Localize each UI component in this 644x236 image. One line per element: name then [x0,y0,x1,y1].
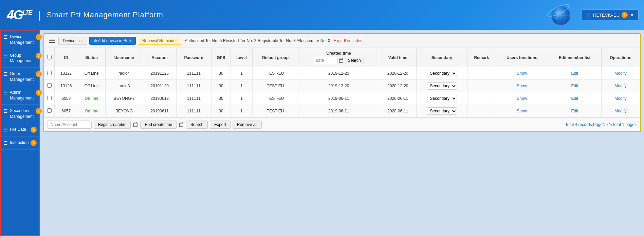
logo: 4GLTE | Smart Ptt Management Platform [7,8,163,22]
begin-calendar-icon[interactable] [133,122,138,127]
cell-username: radio3 [105,80,143,92]
plus-icon: ⊕ [94,38,97,43]
sidebar-item-instruction[interactable]: ☰ Instruction 3 [1,137,39,150]
cell-default-group: TEST-EU [253,92,298,105]
logo-divider: | [38,9,40,21]
modify-link-3[interactable]: Modify [614,109,626,113]
renewal-reminder-button[interactable]: Renewal Reminder [138,37,181,45]
date-filter-input[interactable] [314,57,337,64]
secondary-select-0[interactable]: Secondary Primary [427,70,457,77]
cell-secondary: Secondary Primary [417,80,467,92]
cell-users-functions: Show [496,80,548,92]
cell-secondary: Secondary Primary [417,67,467,80]
row-checkbox-cell [44,92,55,105]
sidebar-badge-file-data: 1 [31,127,37,133]
select-all-checkbox[interactable] [47,55,52,59]
end-calendar-icon[interactable] [179,122,184,127]
cell-users-functions: Show [496,105,548,117]
cell-status: Off Line [78,80,105,92]
cell-password: 111111 [176,92,211,105]
footer-bar: Begin createtim End createtime Search Ex… [44,117,640,131]
th-operations: Operations [601,48,640,67]
cell-operations: Modify [601,67,640,80]
sidebar-item-file-data[interactable]: ☰ File Data 1 [1,123,39,137]
cell-secondary: Secondary Primary [417,105,467,117]
cell-users-functions: Show [496,92,548,105]
main-layout: ☰ Device Management 2 ☰ Group Management… [0,30,644,236]
cell-account: 20191125 [143,67,176,80]
menu-grid-icon-4: ☰ [3,90,8,95]
row-checkbox-1[interactable] [47,83,52,88]
sidebar-item-order-management[interactable]: ☰ Order Management 2 [1,68,39,86]
row-checkbox-0[interactable] [47,71,52,75]
edit-link-2[interactable]: Edit [571,96,578,101]
table-row: 6057 On line BEYONG 20190611 111111 30 1… [44,105,640,117]
edit-link-1[interactable]: Edit [571,84,578,88]
hamburger-menu-icon[interactable] [48,37,56,44]
sidebar-badge-admin-management: 2 [36,90,42,96]
add-device-bulk-button[interactable]: ⊕ Add device in Bulk [89,37,136,45]
user-menu[interactable]: 👤 RETEVIS-EU 2 ▼ [581,10,639,20]
sidebar-item-secondary-management[interactable]: ☰ Secondary Management 2 [1,105,39,123]
row-checkbox-cell [44,105,55,117]
content-panel: Device List ⊕ Add device in Bulk Renewal… [43,33,641,132]
show-link-3[interactable]: Show [517,109,527,113]
th-status: Statue [78,48,105,67]
secondary-select-2[interactable]: Secondary Primary [427,95,457,102]
cell-edit-member: Edit [548,105,601,117]
th-checkbox [44,48,55,67]
cell-username: BEYONG [105,105,143,117]
th-edit-member: Edit member list [548,48,601,67]
expir-reminder-link[interactable]: Expir Reminder [333,38,362,43]
edit-link-0[interactable]: Edit [571,71,578,76]
cell-status: Off Line [78,67,105,80]
date-search-button[interactable]: Search [345,57,364,64]
modify-link-0[interactable]: Modify [614,71,626,76]
sidebar-item-admin-management[interactable]: ☰ Admin Management 2 [1,86,39,105]
cell-gps: 30 [211,67,231,80]
sidebar-item-group-management[interactable]: ☰ Group Management 3 [1,49,39,68]
cell-created-time: 2019-06-11 [298,105,379,117]
sidebar-label-device-management: Device Management [10,34,34,46]
secondary-select-1[interactable]: Secondary Primary [427,82,457,90]
th-remark: Remark [467,48,496,67]
menu-grid-icon-3: ☰ [3,71,8,77]
calendar-icon[interactable] [338,58,344,63]
export-button[interactable]: Export [210,121,231,129]
show-link-2[interactable]: Show [517,96,527,101]
end-createtime-button[interactable]: End createtime [140,121,177,129]
cell-created-time: 2019-06-11 [298,92,379,105]
begin-createtime-button[interactable]: Begin createtim [94,121,131,129]
cell-default-group: TEST-EU [253,105,298,117]
modify-link-2[interactable]: Modify [614,96,626,101]
name-account-input[interactable] [48,121,92,129]
modify-link-1[interactable]: Modify [614,84,626,88]
show-link-1[interactable]: Show [517,84,527,88]
cell-account: 20191120 [143,80,176,92]
cell-gps: 30 [211,92,231,105]
cell-operations: Modify [601,80,640,92]
secondary-select-3[interactable]: Secondary Primary [427,107,457,115]
sidebar-item-device-management[interactable]: ☰ Device Management 2 [1,31,39,49]
pagination-text: Total 4 records,PageNo 1/Total 1 pages [565,122,637,127]
cell-password: 111111 [176,105,211,117]
cell-remark [467,67,496,80]
row-checkbox-3[interactable] [47,108,52,113]
sidebar-label-group-management: Group Management [10,53,34,64]
user-badge: 2 [622,12,628,18]
sidebar-label-instruction: Instruction [10,140,29,146]
cell-users-functions: Show [496,67,548,80]
cell-edit-member: Edit [548,80,601,92]
sidebar-label-file-data: File Data [10,127,29,132]
search-button[interactable]: Search [186,121,208,129]
edit-link-3[interactable]: Edit [571,109,578,113]
device-list-button[interactable]: Device List [58,37,87,45]
sidebar-badge-instruction: 3 [31,140,37,146]
globe-svg [547,1,574,29]
remove-all-button[interactable]: Remove all [233,121,262,129]
row-checkbox-2[interactable] [47,96,52,100]
cell-created-time: 2019-12-20 [298,67,379,80]
menu-grid-icon-7: ☰ [3,140,8,146]
row-checkbox-cell [44,80,55,92]
show-link-0[interactable]: Show [517,71,527,76]
